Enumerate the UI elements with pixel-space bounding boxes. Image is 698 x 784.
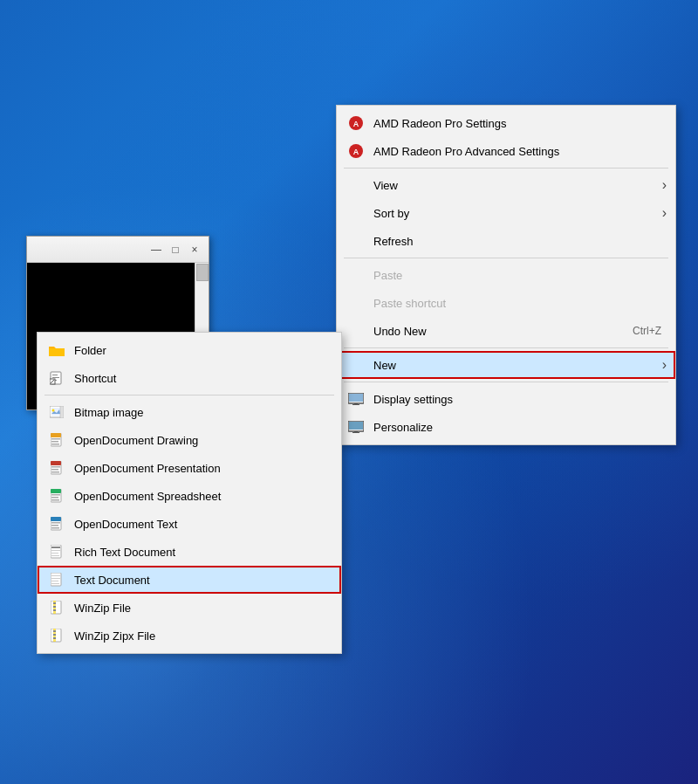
refresh-label: Refresh xyxy=(373,235,661,248)
opendoc-text-label: OpenDocument Text xyxy=(74,518,327,531)
paste-shortcut-label: Paste shortcut xyxy=(373,297,661,310)
context-menu-main: A AMD Radeon Pro Settings A AMD Radeon P… xyxy=(336,105,676,445)
svg-rect-45 xyxy=(51,553,58,554)
svg-rect-12 xyxy=(49,348,65,356)
menu-item-amd-radeon-pro[interactable]: A AMD Radeon Pro Settings xyxy=(337,109,675,137)
svg-rect-50 xyxy=(51,581,58,581)
undo-icon xyxy=(347,322,365,340)
sub-menu-item-text-document[interactable]: Text Document xyxy=(38,566,341,594)
menu-item-paste-shortcut[interactable]: Paste shortcut xyxy=(337,289,675,317)
svg-text:A: A xyxy=(353,148,359,156)
winzip-label: WinZip File xyxy=(74,602,327,615)
svg-rect-38 xyxy=(51,517,61,521)
svg-rect-54 xyxy=(53,602,56,604)
svg-rect-31 xyxy=(51,471,59,473)
sub-menu-item-opendoc-spreadsheet[interactable]: OpenDocument Spreadsheet xyxy=(38,482,341,510)
svg-rect-40 xyxy=(51,525,58,526)
svg-rect-33 xyxy=(51,489,61,493)
svg-rect-41 xyxy=(51,527,59,529)
close-button[interactable]: × xyxy=(186,241,203,258)
svg-rect-59 xyxy=(53,630,56,632)
svg-rect-35 xyxy=(51,497,58,499)
draw-icon xyxy=(48,431,65,449)
svg-rect-30 xyxy=(51,469,58,471)
svg-rect-56 xyxy=(53,609,56,611)
sub-menu-item-rich-text[interactable]: Rich Text Document xyxy=(38,538,341,566)
view-label: View xyxy=(373,179,661,192)
window-titlebar: — □ × xyxy=(27,237,209,263)
spreadsheet-label: OpenDocument Spreadsheet xyxy=(74,490,327,503)
shortcut-label: Shortcut xyxy=(74,372,327,385)
svg-rect-48 xyxy=(51,575,60,576)
text-icon xyxy=(48,515,65,533)
svg-rect-5 xyxy=(349,394,363,402)
svg-rect-51 xyxy=(51,583,59,584)
sub-menu-item-opendoc-presentation[interactable]: OpenDocument Presentation xyxy=(38,454,341,482)
menu-item-view[interactable]: View xyxy=(337,171,675,199)
menu-item-undo-new[interactable]: Undo New Ctrl+Z xyxy=(337,317,675,345)
winzip-icon xyxy=(48,599,65,616)
separator-2 xyxy=(344,258,668,258)
sub-menu-item-bitmap[interactable]: Bitmap image xyxy=(38,398,341,426)
menu-item-display-settings[interactable]: Display settings xyxy=(337,385,675,413)
minimize-button[interactable]: — xyxy=(147,241,165,258)
svg-rect-49 xyxy=(51,578,60,579)
amd-advanced-icon: A xyxy=(347,142,365,160)
textdoc-icon xyxy=(48,571,65,588)
refresh-icon xyxy=(347,232,365,250)
menu-item-personalize[interactable]: Personalize xyxy=(337,413,675,441)
bitmap-label: Bitmap image xyxy=(74,406,327,419)
spreadsheet-icon xyxy=(48,487,65,505)
menu-item-paste[interactable]: Paste xyxy=(337,261,675,289)
scrollbar-thumb[interactable] xyxy=(196,264,209,281)
desktop: — □ × A AMD Radeon Pro Settings xyxy=(0,0,698,784)
separator-3 xyxy=(344,347,668,348)
sub-menu-item-opendoc-drawing[interactable]: OpenDocument Drawing xyxy=(38,426,341,454)
new-icon xyxy=(347,356,365,374)
paste-shortcut-icon xyxy=(347,294,365,312)
svg-rect-39 xyxy=(51,522,60,524)
sub-menu-item-opendoc-text[interactable]: OpenDocument Text xyxy=(38,510,341,538)
paste-label: Paste xyxy=(373,269,661,282)
svg-rect-24 xyxy=(51,438,60,440)
svg-rect-7 xyxy=(352,404,359,405)
svg-rect-21 xyxy=(60,406,64,418)
sub-menu-item-winzip-zipx[interactable]: WinZip Zipx File xyxy=(38,622,341,650)
svg-text:A: A xyxy=(353,120,359,128)
sub-separator-1 xyxy=(44,395,334,395)
context-menu-sub: Folder Shortcut xyxy=(37,332,342,654)
svg-rect-9 xyxy=(349,422,363,430)
svg-rect-43 xyxy=(51,547,60,548)
svg-rect-23 xyxy=(51,433,61,437)
winzipx-label: WinZip Zipx File xyxy=(74,629,327,643)
svg-rect-36 xyxy=(51,499,59,501)
sub-menu-item-shortcut[interactable]: Shortcut xyxy=(38,364,341,392)
svg-rect-60 xyxy=(53,634,56,636)
view-icon xyxy=(347,176,365,194)
svg-rect-14 xyxy=(52,375,58,375)
maximize-button[interactable]: □ xyxy=(167,241,184,258)
sub-menu-item-folder[interactable]: Folder xyxy=(38,336,341,364)
draw-label: OpenDocument Drawing xyxy=(74,434,327,447)
winzipx-icon xyxy=(48,627,65,644)
svg-rect-25 xyxy=(51,441,58,443)
menu-item-amd-radeon-pro-advanced[interactable]: A AMD Radeon Pro Advanced Settings xyxy=(337,137,675,165)
menu-item-new[interactable]: New xyxy=(337,351,675,379)
menu-item-refresh[interactable]: Refresh xyxy=(337,227,675,255)
menu-item-sort-by[interactable]: Sort by xyxy=(337,199,675,227)
svg-rect-55 xyxy=(53,606,56,608)
svg-rect-26 xyxy=(51,444,59,445)
svg-rect-44 xyxy=(51,550,60,551)
richtext-label: Rich Text Document xyxy=(74,546,327,559)
svg-rect-11 xyxy=(352,432,359,433)
new-label: New xyxy=(373,359,661,372)
sub-menu-item-winzip[interactable]: WinZip File xyxy=(38,594,341,622)
svg-rect-46 xyxy=(51,555,59,556)
sort-by-label: Sort by xyxy=(373,207,661,220)
present-icon xyxy=(48,459,65,477)
svg-rect-61 xyxy=(53,637,56,639)
undo-new-label: Undo New xyxy=(373,325,606,338)
svg-rect-34 xyxy=(51,494,60,496)
personalize-label: Personalize xyxy=(373,421,661,434)
display-settings-icon xyxy=(347,390,365,408)
